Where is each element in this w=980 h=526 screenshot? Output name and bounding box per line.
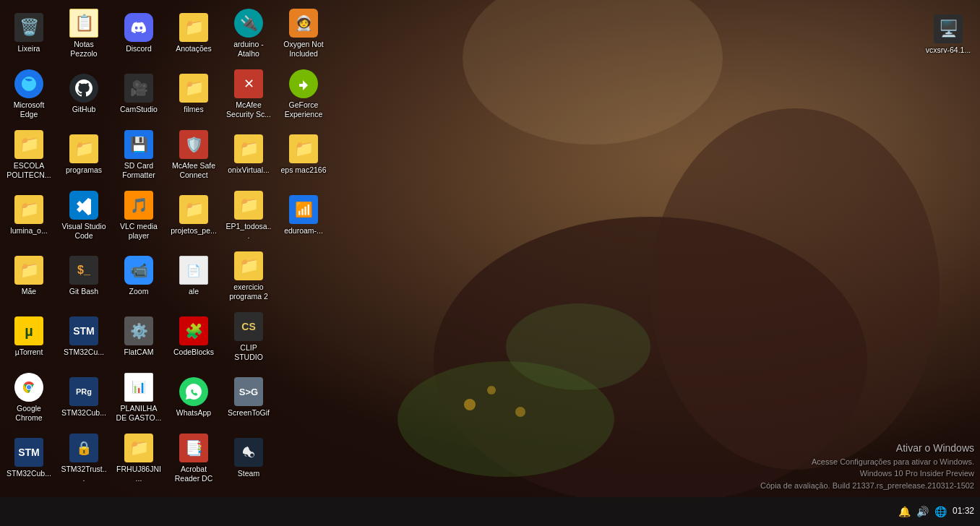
icon-git-bash[interactable]: $_ Git Bash: [58, 247, 110, 305]
icon-flatcam[interactable]: ⚙️ FlatCAM: [113, 308, 165, 366]
icon-eduroam[interactable]: 📶 eduroam-...: [278, 186, 330, 244]
activation-title: Ativar o Windows: [760, 441, 974, 456]
icon-steam[interactable]: Steam: [223, 429, 275, 487]
icon-stm32cub2[interactable]: STM STM32Cub...: [3, 429, 55, 487]
icon-anotacoes[interactable]: 📁 Anotações: [168, 4, 220, 62]
icon-vcxsrv[interactable]: 🖥️ vcxsrv-64.1...: [922, 6, 974, 64]
icon-mcafee-safe-connect[interactable]: 🛡️ McAfee Safe Connect: [168, 126, 220, 184]
desktop: 🖥️ vcxsrv-64.1... 🗑️ Lixeira Microsoft E…: [0, 0, 980, 526]
taskbar: 🔔 🔊 🌐 01:32: [0, 497, 980, 526]
tray-network-icon[interactable]: 🌐: [934, 506, 947, 517]
icon-github[interactable]: GitHub: [58, 65, 110, 123]
activation-line3: Cópia de avaliação. Build 21337.rs_prere…: [760, 480, 974, 492]
system-clock[interactable]: 01:32: [953, 506, 974, 517]
svg-point-12: [27, 385, 31, 389]
icon-ep1-todosa[interactable]: 📁 EP1_todosa...: [223, 186, 275, 244]
icon-screentogif[interactable]: S>G ScreenToGif: [223, 368, 275, 426]
icon-discord[interactable]: Discord: [113, 4, 165, 62]
icon-onix-virtual[interactable]: 📁 onixVirtual...: [223, 126, 275, 184]
icon-lumina-o[interactable]: 📁 lumina_o...: [3, 186, 55, 244]
icon-mcafee-security[interactable]: ✕ McAfee Security Sc...: [223, 65, 275, 123]
icon-ale[interactable]: 📄 ale: [168, 247, 220, 305]
icon-utorrent[interactable]: µ µTorrent: [3, 308, 55, 366]
icon-google-chrome[interactable]: Google Chrome: [3, 368, 55, 426]
icon-arduino[interactable]: 🔌 arduino - Atalho: [223, 4, 275, 62]
icon-img-vcxsrv: 🖥️: [934, 14, 963, 43]
icon-sd-card-formatter[interactable]: 💾 SD Card Formatter: [113, 126, 165, 184]
activation-line2: Windows 10 Pro Insider Preview: [760, 467, 974, 480]
icon-grid: 🗑️ Lixeira Microsoft Edge 📁 ESCOLA POLIT…: [0, 0, 318, 520]
icon-acrobat-reader[interactable]: 📑 Acrobat Reader DC: [168, 429, 220, 487]
icon-filmes[interactable]: 📁 filmes: [168, 65, 220, 123]
system-tray: 🔔 🔊 🌐 01:32: [898, 506, 974, 517]
activation-watermark: Ativar o Windows Acesse Configurações pa…: [760, 441, 974, 492]
icon-stm32trust[interactable]: 🔒 STM32Trust...: [58, 429, 110, 487]
icon-planilha[interactable]: 📊 PLANILHA DE GASTO...: [113, 368, 165, 426]
icon-microsoft-edge[interactable]: Microsoft Edge: [3, 65, 55, 123]
icon-mae[interactable]: 📁 Mãe: [3, 247, 55, 305]
icon-notas-pezzolo[interactable]: 📋 Notas Pezzolo: [58, 4, 110, 62]
icon-oxygen-not-included[interactable]: 🧑‍🚀 Oxygen Not Included: [278, 4, 330, 62]
icon-clip-studio[interactable]: CS CLIP STUDIO: [223, 308, 275, 366]
icon-lixeira[interactable]: 🗑️ Lixeira: [3, 4, 55, 62]
icon-whatsapp[interactable]: WhatsApp: [168, 368, 220, 426]
icon-vlc[interactable]: 🎵 VLC media player: [113, 186, 165, 244]
icon-eps-mac2166[interactable]: 📁 eps mac2166: [278, 126, 330, 184]
icon-camstudio[interactable]: 🎥 CamStudio: [113, 65, 165, 123]
icon-zoom[interactable]: 📹 Zoom: [113, 247, 165, 305]
icon-geforce-experience[interactable]: GeForce Experience: [278, 65, 330, 123]
clock-time: 01:32: [953, 506, 974, 517]
tray-notification-icon[interactable]: 🔔: [898, 506, 911, 517]
icon-escola-politecn[interactable]: 📁 ESCOLA POLITECN...: [3, 126, 55, 184]
icon-label-vcxsrv: vcxsrv-64.1...: [926, 46, 971, 55]
icon-visual-studio-code[interactable]: Visual Studio Code: [58, 186, 110, 244]
icon-codeblocks[interactable]: 🧩 CodeBlocks: [168, 308, 220, 366]
icon-projetos-pe[interactable]: 📁 projetos_pe...: [168, 186, 220, 244]
activation-line1: Acesse Configurações para ativar o Windo…: [760, 456, 974, 468]
icon-stm32cu[interactable]: STM STM32Cu...: [58, 308, 110, 366]
icon-stm32cub3[interactable]: PRg STM32Cub...: [58, 368, 110, 426]
tray-sound-icon[interactable]: 🔊: [916, 506, 929, 517]
icon-programas[interactable]: 📁 programas: [58, 126, 110, 184]
icon-frhuj86jni[interactable]: 📁 FRHUJ86JNI...: [113, 429, 165, 487]
icon-exercicio-programa-2[interactable]: 📁 exercicio programa 2: [223, 247, 275, 305]
